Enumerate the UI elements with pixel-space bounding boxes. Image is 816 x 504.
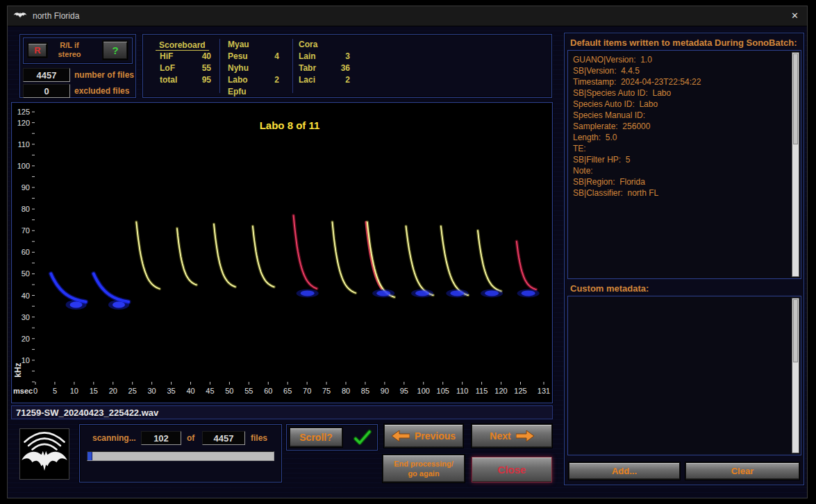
arrow-right-icon bbox=[516, 430, 534, 442]
svg-text:60: 60 bbox=[264, 387, 272, 395]
svg-text:30: 30 bbox=[148, 387, 156, 395]
scoreboard-col1: Scoreboard HiF40LoF55total95 bbox=[143, 39, 220, 93]
svg-text:30: 30 bbox=[22, 313, 30, 321]
svg-text:120: 120 bbox=[494, 387, 507, 395]
svg-text:40: 40 bbox=[22, 292, 30, 300]
scrollbar-thumb[interactable] bbox=[793, 299, 798, 362]
stereo-label: R/L if stereo bbox=[53, 41, 86, 59]
previous-label: Previous bbox=[415, 430, 456, 442]
total-files-field: 4457 bbox=[202, 431, 245, 445]
r-channel-button[interactable]: R bbox=[28, 43, 47, 58]
svg-text:90: 90 bbox=[381, 387, 389, 395]
metadata-panel: Default items written to metadata During… bbox=[564, 33, 804, 485]
svg-text:125: 125 bbox=[514, 387, 526, 395]
progress-panel: scanning... 102 of 4457 files bbox=[79, 424, 282, 482]
svg-text:105: 105 bbox=[437, 387, 449, 395]
svg-text:50: 50 bbox=[22, 269, 30, 278]
filename-bar: 71259-SW_20240423_225422.wav bbox=[11, 405, 553, 419]
metadata-line: SB|Species Auto ID: Labo bbox=[573, 87, 788, 99]
svg-text:100: 100 bbox=[417, 387, 430, 395]
metadata-line: Samplerate: 256000 bbox=[573, 121, 788, 132]
svg-text:90: 90 bbox=[22, 183, 30, 192]
scroll-button[interactable]: Scroll? bbox=[290, 428, 342, 447]
metadata-line: SB|Filter HP: 5 bbox=[573, 154, 788, 165]
svg-text:50: 50 bbox=[225, 387, 233, 395]
svg-text:120: 120 bbox=[17, 119, 30, 127]
custom-metadata-scrollbar[interactable] bbox=[792, 298, 799, 453]
title-bar: north Florida ✕ bbox=[8, 6, 807, 26]
scoreboard-row: Lain3 bbox=[299, 51, 369, 62]
scoreboard-row: LoF55 bbox=[160, 62, 219, 74]
sound-wave-icon bbox=[33, 444, 57, 450]
svg-text:60: 60 bbox=[22, 248, 30, 256]
end-processing-button[interactable]: End processing/ go again bbox=[383, 455, 465, 482]
number-of-files-label: number of files bbox=[74, 70, 134, 80]
metadata-scrollbar[interactable] bbox=[792, 52, 799, 277]
spectrogram-plot: 1251201101009080706050403020100510152025… bbox=[12, 103, 552, 403]
app-window: north Florida ✕ R R/L if stereo ? 4457 n… bbox=[7, 6, 808, 498]
svg-text:85: 85 bbox=[361, 387, 369, 395]
svg-text:45: 45 bbox=[206, 387, 214, 395]
scoreboard-row: Labo2 bbox=[228, 74, 292, 86]
next-label: Next bbox=[490, 430, 510, 442]
scoreboard-panel: Scoreboard HiF40LoF55total95 MyauPesu4Ny… bbox=[142, 34, 552, 98]
metadata-default-box[interactable]: GUANO|Version: 1.0SB|Version: 4.4.5Times… bbox=[567, 50, 801, 279]
help-button[interactable]: ? bbox=[103, 41, 128, 60]
scoreboard-col3: CoraLain3Tabr36Laci2 bbox=[293, 39, 369, 93]
svg-text:75: 75 bbox=[322, 387, 331, 395]
scoreboard-row: Nyhu bbox=[228, 62, 292, 74]
close-button[interactable]: Close bbox=[472, 457, 552, 482]
svg-text:55: 55 bbox=[244, 387, 253, 395]
metadata-line: TE: bbox=[573, 143, 788, 154]
svg-text:110: 110 bbox=[17, 140, 30, 149]
scroll-group: Scroll? bbox=[286, 424, 378, 451]
scoreboard-row: Myau bbox=[228, 39, 292, 51]
add-metadata-button[interactable]: Add... bbox=[569, 462, 680, 480]
spectrogram-panel: 1251201101009080706050403020100510152025… bbox=[11, 102, 553, 403]
scanning-label: scanning... bbox=[92, 433, 136, 443]
number-of-files-field[interactable]: 4457 bbox=[23, 68, 70, 82]
metadata-line: Length: 5.0 bbox=[573, 132, 788, 143]
svg-text:100: 100 bbox=[17, 162, 30, 170]
metadata-line: Timestamp: 2024-04-23T22:54:22 bbox=[573, 76, 788, 87]
progress-fill bbox=[88, 452, 92, 460]
window-title: north Florida bbox=[33, 11, 79, 21]
svg-text:25: 25 bbox=[128, 387, 137, 395]
svg-text:0: 0 bbox=[33, 387, 38, 395]
end-processing-line1: End processing/ bbox=[394, 459, 453, 469]
scoreboard-row: Tabr36 bbox=[299, 62, 369, 74]
next-button[interactable]: Next bbox=[472, 424, 552, 448]
scoreboard-row: Cora bbox=[299, 39, 369, 51]
excluded-files-field[interactable]: 0 bbox=[23, 84, 70, 98]
metadata-custom-box[interactable] bbox=[567, 296, 801, 455]
progress-bar[interactable] bbox=[87, 451, 274, 461]
svg-text:65: 65 bbox=[283, 387, 292, 395]
metadata-line: SB|Version: 4.4.5 bbox=[573, 65, 788, 76]
svg-text:20: 20 bbox=[22, 335, 30, 343]
metadata-line: SB|Region: Florida bbox=[573, 176, 788, 187]
clear-metadata-button[interactable]: Clear bbox=[685, 462, 799, 480]
metadata-line: Species Auto ID: Labo bbox=[573, 99, 788, 110]
scrollbar-thumb[interactable] bbox=[793, 53, 798, 144]
scoreboard-row: Pesu4 bbox=[228, 51, 292, 62]
end-processing-line2: go again bbox=[408, 469, 439, 478]
close-icon[interactable]: ✕ bbox=[791, 10, 799, 21]
svg-text:115: 115 bbox=[476, 387, 488, 395]
svg-text:80: 80 bbox=[342, 387, 350, 395]
scoreboard-row: Epfu bbox=[228, 86, 292, 98]
previous-button[interactable]: Previous bbox=[384, 424, 463, 448]
excluded-files-label: excluded files bbox=[74, 86, 129, 96]
current-file-field[interactable]: 102 bbox=[141, 431, 181, 445]
svg-text:5: 5 bbox=[53, 387, 57, 395]
svg-text:10: 10 bbox=[70, 387, 78, 395]
scoreboard-header: Scoreboard bbox=[156, 40, 209, 51]
metadata-line: GUANO|Version: 1.0 bbox=[573, 54, 788, 65]
current-filename: 71259-SW_20240423_225422.wav bbox=[16, 408, 158, 418]
of-label: of bbox=[187, 433, 194, 443]
svg-text:95: 95 bbox=[400, 387, 408, 395]
metadata-title: Default items written to metadata During… bbox=[570, 37, 797, 48]
file-controls-panel: R R/L if stereo ? 4457 number of files 0… bbox=[19, 34, 136, 98]
scoreboard-col2: MyauPesu4NyhuLabo2Epfu bbox=[220, 39, 293, 93]
svg-text:kHz: kHz bbox=[13, 362, 23, 377]
bat-logo-icon bbox=[20, 429, 69, 479]
